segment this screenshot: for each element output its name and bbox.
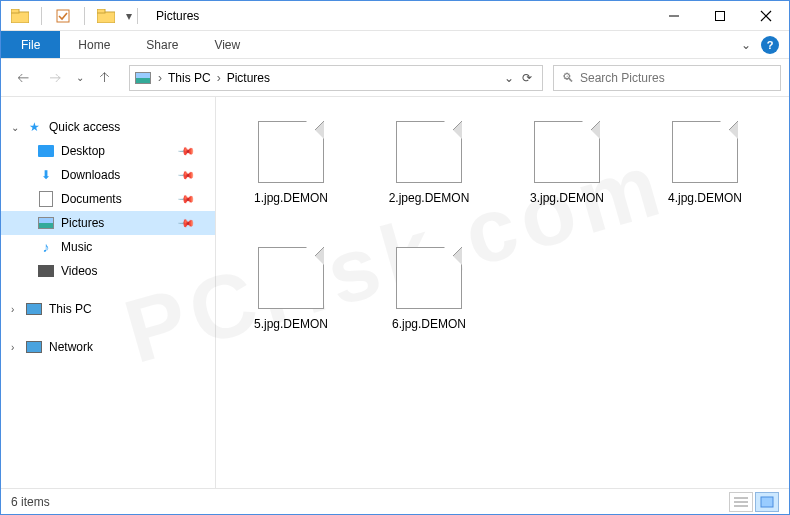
sidebar-this-pc[interactable]: › This PC (1, 297, 215, 321)
sidebar-item-label: Desktop (61, 144, 105, 158)
chevron-down-icon[interactable]: ⌄ (11, 122, 25, 133)
pc-icon (25, 300, 43, 318)
sidebar-item-downloads[interactable]: ⬇ Downloads 📌 (1, 163, 215, 187)
window-title: Pictures (156, 9, 199, 23)
ribbon: File Home Share View ⌄ ? (1, 31, 789, 59)
titlebar: ▾ Pictures (1, 1, 789, 31)
thumbnails-view-button[interactable] (755, 492, 779, 512)
refresh-icon[interactable]: ⟳ (522, 71, 532, 85)
file-icon (670, 115, 740, 185)
file-name-label: 6.jpg.DEMON (392, 317, 466, 331)
file-icon (256, 241, 326, 311)
sidebar-item-pictures[interactable]: Pictures 📌 (1, 211, 215, 235)
file-tab[interactable]: File (1, 31, 60, 58)
svg-rect-3 (97, 12, 115, 23)
maximize-button[interactable] (697, 1, 743, 31)
title-separator (137, 8, 138, 24)
breadcrumb-this-pc[interactable]: This PC (164, 71, 215, 85)
details-view-button[interactable] (729, 492, 753, 512)
svg-rect-2 (57, 10, 69, 22)
sidebar-item-label: Documents (61, 192, 122, 206)
forward-button[interactable]: 🡢 (41, 64, 69, 92)
location-pictures-icon (134, 69, 152, 87)
search-box[interactable]: 🔍︎ (553, 65, 781, 91)
tab-home[interactable]: Home (60, 31, 128, 58)
sidebar-quick-access[interactable]: ⌄ ★ Quick access (1, 115, 215, 139)
chevron-right-icon[interactable]: › (11, 342, 25, 353)
file-item[interactable]: 6.jpg.DEMON (364, 241, 494, 361)
pin-icon: 📌 (176, 165, 195, 184)
file-name-label: 4.jpg.DEMON (668, 191, 742, 205)
sidebar-item-label: Downloads (61, 168, 120, 182)
svg-rect-12 (761, 497, 773, 507)
sidebar-item-label: Quick access (49, 120, 120, 134)
downloads-icon: ⬇ (37, 166, 55, 184)
sidebar-item-label: Network (49, 340, 93, 354)
up-button[interactable]: 🡡 (91, 64, 119, 92)
new-folder-icon[interactable] (95, 5, 117, 27)
file-item[interactable]: 5.jpg.DEMON (226, 241, 356, 361)
recent-dropdown-icon[interactable]: ⌄ (73, 64, 87, 92)
file-icon (532, 115, 602, 185)
videos-icon (37, 262, 55, 280)
breadcrumb-separator: › (156, 71, 164, 85)
file-name-label: 5.jpg.DEMON (254, 317, 328, 331)
status-text: 6 items (11, 495, 50, 509)
sidebar-item-label: This PC (49, 302, 92, 316)
file-icon (394, 115, 464, 185)
pin-icon: 📌 (176, 141, 195, 160)
ribbon-expand-icon[interactable]: ⌄ (741, 38, 751, 52)
sidebar-item-music[interactable]: ♪ Music (1, 235, 215, 259)
file-item[interactable]: 1.jpg.DEMON (226, 115, 356, 235)
address-bar[interactable]: › This PC › Pictures ⌄ ⟳ (129, 65, 543, 91)
file-name-label: 1.jpg.DEMON (254, 191, 328, 205)
svg-rect-4 (97, 9, 105, 13)
star-icon: ★ (25, 118, 43, 136)
file-item[interactable]: 2.jpeg.DEMON (364, 115, 494, 235)
status-bar: 6 items (1, 488, 789, 514)
minimize-button[interactable] (651, 1, 697, 31)
qat-separator (84, 7, 85, 25)
sidebar-network[interactable]: › Network (1, 335, 215, 359)
pin-icon: 📌 (176, 213, 195, 232)
chevron-right-icon[interactable]: › (11, 304, 25, 315)
sidebar-item-label: Pictures (61, 216, 104, 230)
tab-view[interactable]: View (196, 31, 258, 58)
back-button[interactable]: 🡠 (9, 64, 37, 92)
qat-dropdown-icon[interactable]: ▾ (123, 5, 135, 27)
search-input[interactable] (580, 71, 772, 85)
breadcrumb-pictures[interactable]: Pictures (223, 71, 274, 85)
search-icon: 🔍︎ (562, 71, 574, 85)
sidebar-item-label: Videos (61, 264, 97, 278)
explorer-app-icon[interactable] (9, 5, 31, 27)
properties-icon[interactable] (52, 5, 74, 27)
navigation-pane: ⌄ ★ Quick access Desktop 📌 ⬇ Downloads 📌… (1, 97, 216, 488)
pictures-icon (37, 214, 55, 232)
sidebar-item-documents[interactable]: Documents 📌 (1, 187, 215, 211)
music-icon: ♪ (37, 238, 55, 256)
desktop-icon (37, 142, 55, 160)
file-name-label: 3.jpg.DEMON (530, 191, 604, 205)
sidebar-item-videos[interactable]: Videos (1, 259, 215, 283)
sidebar-item-label: Music (61, 240, 92, 254)
file-name-label: 2.jpeg.DEMON (389, 191, 470, 205)
breadcrumb-separator: › (215, 71, 223, 85)
svg-rect-0 (11, 12, 29, 23)
help-icon[interactable]: ? (761, 36, 779, 54)
file-item[interactable]: 4.jpg.DEMON (640, 115, 770, 235)
network-icon (25, 338, 43, 356)
file-item[interactable]: 3.jpg.DEMON (502, 115, 632, 235)
file-icon (256, 115, 326, 185)
close-button[interactable] (743, 1, 789, 31)
file-icon (394, 241, 464, 311)
address-dropdown-icon[interactable]: ⌄ (504, 71, 514, 85)
content-pane[interactable]: 1.jpg.DEMON2.jpeg.DEMON3.jpg.DEMON4.jpg.… (216, 97, 789, 488)
tab-share[interactable]: Share (128, 31, 196, 58)
qat-separator (41, 7, 42, 25)
documents-icon (37, 190, 55, 208)
pin-icon: 📌 (176, 189, 195, 208)
quick-access-toolbar: ▾ (1, 5, 135, 27)
navigation-bar: 🡠 🡢 ⌄ 🡡 › This PC › Pictures ⌄ ⟳ 🔍︎ (1, 59, 789, 97)
svg-rect-1 (11, 9, 19, 13)
sidebar-item-desktop[interactable]: Desktop 📌 (1, 139, 215, 163)
